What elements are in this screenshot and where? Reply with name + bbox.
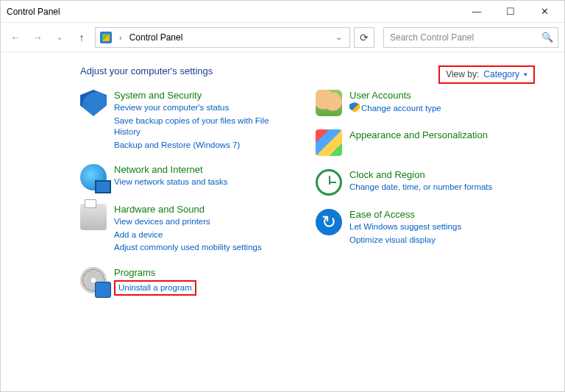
titlebar: Control Panel — ☐ ✕ xyxy=(1,1,564,23)
clock-icon xyxy=(316,169,342,196)
forward-button[interactable]: → xyxy=(29,29,46,46)
category-title[interactable]: Appearance and Personalization xyxy=(349,129,488,140)
address-text: Control Panel xyxy=(129,32,328,43)
category-link[interactable]: Adjust commonly used mobility settings xyxy=(114,242,262,254)
address-dropdown-icon[interactable]: ⌄ xyxy=(333,32,345,42)
search-icon[interactable]: 🔍 xyxy=(541,32,553,43)
close-button[interactable]: ✕ xyxy=(527,1,561,23)
category-link[interactable]: Add a device xyxy=(114,229,262,241)
category-link[interactable]: Uninstall a program xyxy=(118,283,192,292)
recent-dropdown[interactable]: ⌄ xyxy=(51,29,68,46)
minimize-button[interactable]: — xyxy=(460,1,494,23)
category-body: Appearance and Personalization xyxy=(349,129,488,156)
view-by-value: Category xyxy=(483,69,519,79)
window-controls: — ☐ ✕ xyxy=(460,1,561,23)
category-clock-and-region: Clock and RegionChange date, time, or nu… xyxy=(316,169,522,196)
category-link[interactable]: Let Windows suggest settings xyxy=(349,221,461,233)
category-body: System and SecurityReview your computer'… xyxy=(114,90,286,151)
category-body: Network and InternetView network status … xyxy=(114,164,227,190)
users-icon xyxy=(316,90,342,116)
category-body: User AccountsChange account type xyxy=(349,90,441,116)
category-body: Hardware and SoundView devices and print… xyxy=(114,204,262,254)
highlight-box: Uninstall a program xyxy=(114,280,196,296)
appearance-icon xyxy=(316,129,342,156)
view-by-label: View by: xyxy=(446,69,479,79)
category-title[interactable]: User Accounts xyxy=(349,90,441,101)
category-link[interactable]: Review your computer's status xyxy=(114,102,286,114)
body: Adjust your computer's settings View by:… xyxy=(1,52,564,391)
category-hardware-and-sound: Hardware and SoundView devices and print… xyxy=(80,204,286,254)
shield-icon xyxy=(80,90,107,116)
uac-shield-icon xyxy=(349,102,360,113)
chevron-down-icon: ▾ xyxy=(524,71,527,78)
control-panel-window: Control Panel — ☐ ✕ ← → ⌄ ↑ › Control Pa… xyxy=(0,0,565,392)
maximize-button[interactable]: ☐ xyxy=(494,1,527,23)
category-title[interactable]: Programs xyxy=(114,267,196,278)
category-appearance-and-personalization: Appearance and Personalization xyxy=(316,129,522,156)
window-title: Control Panel xyxy=(7,7,60,17)
back-button[interactable]: ← xyxy=(7,29,24,46)
disc-icon xyxy=(80,267,107,293)
control-panel-icon xyxy=(100,32,112,43)
ease-icon xyxy=(316,209,342,235)
search-box[interactable]: 🔍 xyxy=(383,27,558,48)
category-user-accounts: User AccountsChange account type xyxy=(316,90,522,116)
category-link[interactable]: Save backup copies of your files with Fi… xyxy=(114,115,286,138)
address-bar[interactable]: › Control Panel ⌄ xyxy=(95,27,350,48)
right-column: User AccountsChange account typeAppearan… xyxy=(316,90,522,296)
category-link[interactable]: View devices and printers xyxy=(114,216,262,228)
category-ease-of-access: Ease of AccessLet Windows suggest settin… xyxy=(316,209,522,246)
navbar: ← → ⌄ ↑ › Control Panel ⌄ ⟳ 🔍 xyxy=(1,23,564,52)
category-title[interactable]: Ease of Access xyxy=(349,209,461,220)
view-by-control[interactable]: View by: Category ▾ xyxy=(438,65,535,84)
category-columns: System and SecurityReview your computer'… xyxy=(80,90,535,296)
category-link[interactable]: View network status and tasks xyxy=(114,177,227,188)
search-input[interactable] xyxy=(388,32,541,43)
category-programs: ProgramsUninstall a program xyxy=(80,267,286,296)
category-title[interactable]: System and Security xyxy=(114,90,286,101)
address-chevron-icon: › xyxy=(116,33,125,42)
category-body: Ease of AccessLet Windows suggest settin… xyxy=(349,209,461,246)
left-column: System and SecurityReview your computer'… xyxy=(80,90,286,296)
printer-icon xyxy=(80,204,107,230)
refresh-button[interactable]: ⟳ xyxy=(354,27,374,48)
category-title[interactable]: Clock and Region xyxy=(349,169,492,180)
category-link[interactable]: Change date, time, or number formats xyxy=(349,182,492,193)
category-body: ProgramsUninstall a program xyxy=(114,267,196,296)
category-system-and-security: System and SecurityReview your computer'… xyxy=(80,90,286,151)
up-button[interactable]: ↑ xyxy=(73,29,90,46)
category-link[interactable]: Backup and Restore (Windows 7) xyxy=(114,140,286,152)
category-body: Clock and RegionChange date, time, or nu… xyxy=(349,169,492,196)
category-title[interactable]: Hardware and Sound xyxy=(114,204,262,215)
globe-icon xyxy=(80,164,107,190)
category-network-and-internet: Network and InternetView network status … xyxy=(80,164,286,190)
category-title[interactable]: Network and Internet xyxy=(114,164,227,175)
category-link[interactable]: Optimize visual display xyxy=(349,235,461,246)
category-link[interactable]: Change account type xyxy=(349,102,441,115)
